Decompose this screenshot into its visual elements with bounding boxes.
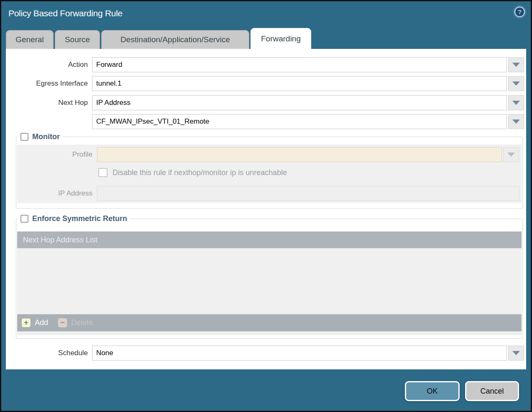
egress-interface-row: Egress Interface tunnel.1 (6, 76, 526, 91)
action-label: Action (6, 57, 88, 72)
disable-rule-checkbox (98, 168, 107, 177)
tab-source[interactable]: Source (55, 30, 100, 49)
profile-dropdown-button (503, 147, 519, 162)
chevron-down-icon (512, 120, 520, 124)
enforce-symmetric-return-legend-label: Enforce Symmetric Return (32, 214, 127, 223)
chevron-down-icon (512, 81, 520, 86)
monitor-section: Monitor Profile Disable this rule if nex… (16, 132, 523, 209)
profile-select (97, 147, 502, 162)
next-hop-address-row: CF_MWAN_IPsec_VTI_01_Remote (6, 114, 526, 129)
enforce-symmetric-return-checkbox[interactable] (20, 215, 28, 223)
next-hop-row: Next Hop IP Address (6, 95, 526, 110)
chevron-down-icon (512, 101, 520, 105)
chevron-down-icon (512, 63, 520, 67)
chevron-down-icon (507, 153, 515, 157)
next-hop-type-select[interactable]: IP Address (92, 95, 507, 110)
monitor-ip-address-label: IP Address (17, 186, 92, 201)
help-icon[interactable]: ? (514, 7, 525, 17)
next-hop-address-list-body (17, 248, 522, 314)
symmetric-return-body: Next Hop Address List + Add − Delete (17, 231, 522, 335)
action-dropdown-button[interactable] (508, 57, 524, 72)
delete-icon: − (58, 318, 67, 328)
enforce-symmetric-return-legend: Enforce Symmetric Return (18, 214, 130, 223)
schedule-select[interactable]: None (92, 346, 507, 361)
next-hop-address-list-table: Next Hop Address List + Add − Delete (17, 231, 522, 335)
monitor-checkbox[interactable] (20, 133, 28, 141)
next-hop-address-dropdown-button[interactable] (508, 114, 524, 129)
forwarding-panel: Action Forward Egress Interface tunnel.1… (6, 49, 526, 369)
ok-button[interactable]: OK (405, 381, 460, 401)
monitor-legend: Monitor (18, 132, 62, 141)
dialog-title: Policy Based Forwarding Rule (8, 8, 123, 18)
monitor-body: Profile Disable this rule if nexthop/mon… (17, 145, 522, 203)
next-hop-type-dropdown-button[interactable] (508, 95, 524, 110)
next-hop-label: Next Hop (6, 95, 88, 110)
enforce-symmetric-return-section: Enforce Symmetric Return Next Hop Addres… (16, 214, 523, 339)
add-icon: + (21, 318, 31, 328)
egress-interface-label: Egress Interface (6, 76, 88, 91)
title-bar: Policy Based Forwarding Rule ? (1, 1, 531, 28)
next-hop-address-list-header: Next Hop Address List (17, 231, 522, 248)
disable-rule-label: Disable this rule if nexthop/monitor ip … (113, 168, 287, 177)
tab-forwarding[interactable]: Forwarding (251, 28, 311, 49)
profile-label: Profile (17, 147, 92, 162)
egress-interface-select[interactable]: tunnel.1 (92, 76, 507, 91)
action-select[interactable]: Forward (92, 57, 507, 72)
disable-rule-row: Disable this rule if nexthop/monitor ip … (98, 168, 287, 177)
schedule-dropdown-button[interactable] (508, 346, 524, 361)
cancel-button[interactable]: Cancel (465, 381, 519, 401)
chevron-down-icon (512, 351, 520, 355)
monitor-ip-address-field (97, 186, 519, 201)
schedule-row: Schedule None (6, 346, 526, 361)
delete-button[interactable]: Delete (71, 318, 93, 327)
schedule-label: Schedule (6, 346, 88, 361)
pbf-rule-dialog: Policy Based Forwarding Rule ? General S… (0, 0, 532, 412)
table-bottom-strip (17, 331, 522, 335)
egress-interface-dropdown-button[interactable] (508, 76, 524, 91)
action-row: Action Forward (6, 57, 526, 72)
tab-destination-application-service[interactable]: Destination/Application/Service (101, 30, 249, 49)
monitor-legend-label: Monitor (32, 132, 60, 141)
table-toolbar: + Add − Delete (17, 314, 522, 331)
add-button[interactable]: Add (35, 318, 48, 327)
tab-general[interactable]: General (6, 30, 54, 49)
tab-bar: General Source Destination/Application/S… (6, 28, 311, 49)
next-hop-address-select[interactable]: CF_MWAN_IPsec_VTI_01_Remote (92, 114, 507, 129)
